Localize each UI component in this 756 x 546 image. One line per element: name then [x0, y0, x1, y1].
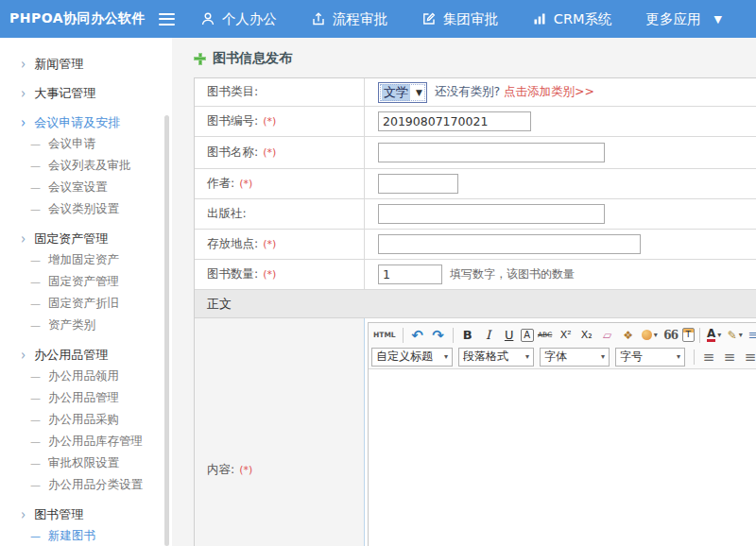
- sidebar-item-supplies-inventory[interactable]: —办公用品库存管理: [0, 431, 172, 452]
- top-navigation: 个人办公 流程审批 集团审批 CRM系统 更多应用 ▼: [200, 10, 756, 28]
- dash-icon: —: [30, 160, 41, 172]
- sidebar-item-meeting-room[interactable]: —会议室设置: [0, 177, 172, 198]
- form-row-content: 内容: (*) HTML ↶ ↷ B I U: [195, 318, 756, 546]
- plus-icon: [194, 53, 206, 65]
- sidebar-item-meeting-list[interactable]: —会议列表及审批: [0, 155, 172, 177]
- subscript-button[interactable]: X₂: [577, 326, 596, 345]
- caret-down-icon: ▾: [444, 352, 448, 361]
- toolbar-separator: [403, 328, 404, 343]
- toolbar-separator: [699, 328, 700, 343]
- sidebar-item-meeting-category[interactable]: —会议类别设置: [0, 198, 172, 220]
- required-mark: (*): [263, 146, 276, 159]
- sidebar-group-meeting[interactable]: ›会议申请及安排: [0, 111, 172, 133]
- sidebar-item-asset-category[interactable]: —资产类别: [0, 315, 172, 336]
- sidebar-group-fixed-assets[interactable]: ›固定资产管理: [0, 228, 172, 249]
- sidebar-item-approval-permission[interactable]: —审批权限设置: [0, 452, 172, 474]
- category-select[interactable]: 文学 ▼: [378, 82, 427, 103]
- book-number-input[interactable]: [378, 111, 531, 131]
- group-approval-icon: [421, 11, 437, 26]
- font-size-select[interactable]: 字号▾: [615, 348, 685, 367]
- quantity-input[interactable]: [378, 264, 442, 284]
- menu-label: 固定资产管理: [48, 274, 119, 290]
- nav-crm-system[interactable]: CRM系统: [532, 10, 612, 28]
- sidebar-scrollbar[interactable]: [164, 115, 169, 546]
- field-label: 图书数量:: [207, 266, 258, 282]
- form-row-book-number: 图书编号:(*): [195, 107, 756, 137]
- author-input[interactable]: [378, 174, 458, 194]
- select-value: 字体: [544, 349, 567, 365]
- dash-icon: —: [30, 203, 41, 215]
- paragraph-format-select[interactable]: 段落格式▾: [458, 348, 534, 367]
- toolbar-separator: [453, 328, 454, 343]
- sidebar-item-add-asset[interactable]: —增加固定资产: [0, 249, 172, 271]
- menu-label: 图书管理: [34, 506, 83, 523]
- highlight-pen-button[interactable]: ✎▾: [726, 326, 745, 345]
- nav-workflow-approval[interactable]: 流程审批: [311, 10, 387, 28]
- main-content: 图书信息发布 图书类目: 文学 ▼ 还没有类别? 点击添加类别>> 图书编号:(…: [172, 38, 756, 546]
- dash-icon: —: [30, 276, 41, 288]
- editor-content-area[interactable]: [369, 369, 756, 546]
- menu-label: 新闻管理: [34, 56, 83, 73]
- align-left-button[interactable]: ≡: [699, 348, 718, 367]
- caret-down-icon: ▾: [525, 352, 529, 361]
- sidebar-item-supplies-claim[interactable]: —办公用品领用: [0, 366, 172, 387]
- align-right-button[interactable]: ≡: [741, 348, 756, 367]
- align-center-button[interactable]: ≡: [720, 348, 739, 367]
- blockquote-button[interactable]: 66: [662, 326, 680, 345]
- underline-button[interactable]: U: [500, 326, 519, 345]
- section-header-text: 正文: [207, 296, 232, 313]
- highlight-pen-icon: ✎: [728, 329, 737, 342]
- strikethrough-button[interactable]: ABC: [536, 326, 555, 345]
- sidebar-item-asset-manage[interactable]: —固定资产管理: [0, 271, 172, 293]
- chevron-right-icon: ›: [21, 56, 26, 72]
- sidebar-group-memorabilia[interactable]: ›大事记管理: [0, 82, 172, 104]
- bold-button[interactable]: B: [458, 326, 477, 345]
- autotypeset-button[interactable]: A: [521, 329, 534, 342]
- toolbar-separator: [694, 350, 695, 365]
- nav-more-apps[interactable]: 更多应用: [646, 10, 701, 28]
- form-row-author: 作者:(*): [195, 169, 756, 199]
- menu-label: 会议列表及审批: [48, 158, 131, 174]
- custom-title-select[interactable]: 自定义标题▾: [371, 348, 453, 367]
- palette-button[interactable]: ▾: [640, 326, 660, 345]
- required-mark: (*): [239, 178, 252, 190]
- font-family-select[interactable]: 字体▾: [540, 348, 610, 367]
- publisher-input[interactable]: [378, 204, 605, 224]
- redo-button[interactable]: ↷: [429, 326, 448, 345]
- required-mark: (*): [263, 115, 276, 128]
- ordered-list-button[interactable]: ≡▾: [747, 326, 756, 345]
- superscript-button[interactable]: X²: [557, 326, 576, 345]
- sidebar-item-asset-depreciation[interactable]: —固定资产折旧: [0, 293, 172, 315]
- required-mark: (*): [263, 268, 276, 281]
- caret-down-icon: ▾: [677, 352, 680, 361]
- sidebar-group-office-supplies[interactable]: ›办公用品管理: [0, 344, 172, 366]
- sidebar-item-supplies-purchase[interactable]: —办公用品采购: [0, 409, 172, 431]
- font-color-button[interactable]: A▾: [705, 326, 724, 345]
- undo-button[interactable]: ↶: [408, 326, 427, 345]
- editor-toolbar-row1: HTML ↶ ↷ B I U A ABC X² X₂ ▱: [371, 324, 756, 346]
- sidebar-group-news[interactable]: ›新闻管理: [0, 53, 172, 75]
- eraser-button[interactable]: ▱: [598, 326, 617, 345]
- italic-button[interactable]: I: [479, 326, 498, 345]
- dash-icon: —: [30, 370, 41, 383]
- hamburger-menu-icon[interactable]: [158, 12, 175, 26]
- book-name-input[interactable]: [378, 143, 605, 162]
- sidebar-item-supplies-classify[interactable]: —办公用品分类设置: [0, 474, 172, 496]
- sidebar-item-new-book[interactable]: —新建图书: [0, 525, 172, 546]
- sidebar-group-books[interactable]: ›图书管理: [0, 503, 172, 525]
- html-source-button[interactable]: HTML: [371, 326, 398, 345]
- nav-label: 个人办公: [222, 10, 277, 28]
- sidebar-item-meeting-apply[interactable]: —会议申请: [0, 133, 172, 155]
- field-label: 出版社:: [207, 206, 247, 222]
- nav-personal-office[interactable]: 个人办公: [200, 10, 277, 28]
- paste-from-word-button[interactable]: T: [682, 328, 695, 342]
- add-category-link[interactable]: 点击添加类别>>: [504, 84, 594, 100]
- dash-icon: —: [30, 479, 41, 491]
- location-input[interactable]: [378, 234, 641, 254]
- section-header-body: 正文: [195, 290, 756, 318]
- sidebar-item-supplies-manage[interactable]: —办公用品管理: [0, 387, 172, 409]
- format-brush-button[interactable]: ❖: [619, 326, 638, 345]
- form-row-book-name: 图书名称:(*): [195, 137, 756, 169]
- caret-down-icon[interactable]: ▼: [714, 13, 722, 26]
- nav-group-approval[interactable]: 集团审批: [421, 10, 498, 28]
